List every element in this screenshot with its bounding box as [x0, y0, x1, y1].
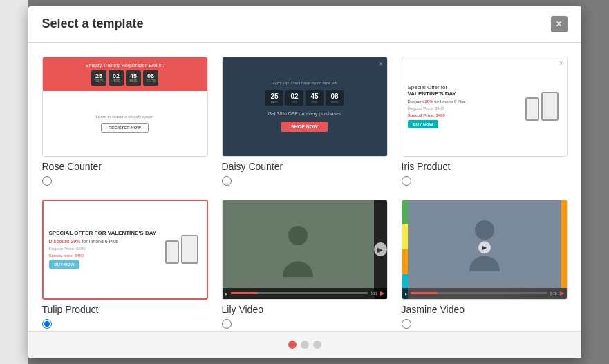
daisy-top-text: Hurry Up! Don't have much time left	[272, 81, 337, 85]
background-editor-panel	[0, 0, 28, 364]
daisy-hrs-box: 02 HRS	[285, 90, 303, 106]
daisy-days-box: 25 DAYS	[265, 90, 283, 106]
rose-counter-preview: Shopify Training Registration End in: 25…	[43, 57, 207, 156]
rose-counter-radio[interactable]	[42, 176, 52, 186]
template-preview-lily-video[interactable]: ▶ ▶ 0:11 ▶	[222, 200, 388, 300]
svg-point-0	[288, 226, 308, 245]
rose-register-button: REGISTER NOW	[101, 123, 149, 133]
tulip-product-radio[interactable]	[42, 319, 52, 329]
template-select-modal: Select a template × Shopify Training Reg…	[28, 6, 581, 358]
modal-footer	[28, 331, 581, 358]
iris-regular-price: Regular Price: $400	[408, 106, 523, 111]
color-bar-yellow	[402, 224, 408, 249]
jasmine-color-bars	[402, 200, 408, 299]
tulip-product-label: Tulip Product	[42, 304, 208, 315]
template-item-daisy-counter: × Hurry Up! Don't have much time left 25…	[222, 57, 388, 186]
tulip-title: SPECIAL OFFER FOR VALENTINE'S DAY	[49, 230, 163, 236]
modal-title: Select a template	[42, 17, 144, 31]
jasmine-progress-bar	[411, 292, 547, 294]
rose-days-box: 25 DAYS	[91, 70, 106, 86]
rose-mns-box: 45 MNS	[126, 70, 141, 86]
lily-video-preview: ▶ ▶ 0:11 ▶	[223, 200, 387, 299]
tulip-buy-button: BUY NOW	[49, 260, 80, 269]
tulip-regular-price: Regular Price: $600	[49, 247, 163, 251]
rose-counter-label: Rose Counter	[42, 161, 208, 172]
pagination-dot-1[interactable]	[288, 341, 297, 349]
tulip-subtitle: Discount 20% for Iphone 6 Plus	[49, 239, 163, 244]
rose-top-section: Shopify Training Registration End in: 25…	[43, 57, 207, 91]
modal-close-button[interactable]: ×	[551, 16, 568, 32]
tulip-special-price: Special price: $480	[49, 253, 163, 258]
template-preview-iris-product[interactable]: × Special Offer forVALENTINE'S DAY Disco…	[402, 57, 568, 157]
lily-time: 0:11	[371, 291, 377, 296]
daisy-mns-box: 45 MNS	[306, 90, 324, 106]
iris-right-content	[523, 63, 561, 151]
tulip-phone-icon-large	[181, 235, 198, 264]
daisy-secs-box: 08 SECS	[326, 90, 344, 106]
phone-icon-small	[525, 97, 539, 121]
tulip-phone-icon-small	[165, 240, 179, 264]
template-item-tulip-product: SPECIAL OFFER FOR VALENTINE'S DAY Discou…	[42, 200, 208, 329]
iris-close-icon: ×	[559, 59, 563, 67]
templates-grid: Shopify Training Registration End in: 25…	[42, 57, 568, 329]
jasmine-play-icon: ▶	[405, 291, 408, 296]
jasmine-time: 0:16	[550, 291, 557, 296]
jasmine-video-controls: ▶ 0:16 ▶	[402, 288, 567, 299]
iris-title: Special Offer forVALENTINE'S DAY	[408, 84, 523, 97]
modal-overlay: Select a template × Shopify Training Reg…	[0, 0, 609, 364]
template-item-rose-counter: Shopify Training Registration End in: 25…	[42, 57, 208, 186]
rose-countdown: 25 DAYS 02 HRS 45 MNS	[91, 70, 158, 86]
phone-icon-large	[541, 92, 559, 121]
rose-top-text: Shopify Training Registration End in:	[86, 63, 164, 68]
daisy-countdown: 25 DAYS 02 HRS 45 MNS	[265, 90, 344, 106]
jasmine-video-preview: ▶ ▶ 0:16 ▶	[402, 200, 567, 299]
daisy-counter-radio[interactable]	[222, 176, 232, 186]
tulip-right-content	[163, 207, 201, 293]
lily-person-bg	[223, 200, 375, 299]
color-bar-green	[402, 200, 408, 225]
lily-youtube-icon: ▶	[380, 290, 384, 296]
tulip-product-preview: SPECIAL OFFER FOR VALENTINE'S DAY Discou…	[44, 201, 207, 298]
rose-bottom-text: Learn to become shopify expert	[95, 115, 153, 119]
jasmine-right-bar	[561, 200, 567, 288]
lily-progress-fill	[231, 292, 259, 294]
lily-video-controls: ▶ 0:11 ▶	[223, 288, 387, 299]
daisy-counter-preview: × Hurry Up! Don't have much time left 25…	[223, 57, 387, 156]
iris-product-label: Iris Product	[402, 161, 568, 172]
iris-subtitle: Discount 20% for Iphone 6 Plus	[408, 99, 523, 104]
lily-play-button[interactable]: ▶	[374, 242, 386, 256]
template-preview-jasmine-video[interactable]: ▶ ▶ 0:16 ▶	[402, 200, 568, 300]
template-item-jasmine-video: ▶ ▶ 0:16 ▶ Jasmine Video	[402, 200, 568, 329]
jasmine-video-label: Jasmine Video	[402, 304, 568, 315]
rose-bottom-section: Learn to become shopify expert REGISTER …	[43, 91, 207, 156]
iris-product-preview: × Special Offer forVALENTINE'S DAY Disco…	[402, 57, 567, 156]
daisy-sub-text: Get 30% OFF on every purchases	[268, 111, 341, 116]
color-bar-orange	[402, 249, 408, 274]
jasmine-progress-fill	[411, 292, 438, 294]
daisy-shop-button: SHOP NOW	[281, 122, 328, 132]
daisy-counter-label: Daisy Counter	[222, 161, 388, 172]
template-preview-rose-counter[interactable]: Shopify Training Registration End in: 25…	[42, 57, 208, 157]
iris-special-price: Special Price: $480	[408, 113, 523, 117]
rose-secs-box: 08 SECS	[143, 70, 158, 86]
daisy-close-icon: ×	[379, 60, 383, 68]
jasmine-play-button[interactable]: ▶	[478, 241, 491, 253]
jasmine-youtube-icon: ▶	[560, 290, 564, 296]
lily-video-label: Lily Video	[222, 304, 388, 315]
lily-person-svg	[277, 222, 319, 277]
template-item-iris-product: × Special Offer forVALENTINE'S DAY Disco…	[402, 57, 568, 186]
tulip-left-content: SPECIAL OFFER FOR VALENTINE'S DAY Discou…	[49, 207, 163, 293]
iris-product-radio[interactable]	[402, 176, 411, 186]
template-preview-tulip-product[interactable]: SPECIAL OFFER FOR VALENTINE'S DAY Discou…	[42, 200, 208, 300]
modal-body: Shopify Training Registration End in: 25…	[28, 43, 581, 330]
lily-video-radio[interactable]	[222, 319, 232, 329]
template-preview-daisy-counter[interactable]: × Hurry Up! Don't have much time left 25…	[222, 57, 388, 157]
lily-play-icon: ▶	[225, 291, 228, 296]
rose-hrs-box: 02 HRS	[109, 70, 124, 86]
pagination-dot-2[interactable]	[301, 341, 309, 349]
iris-left-content: Special Offer forVALENTINE'S DAY Discoun…	[408, 63, 523, 151]
pagination-dot-3[interactable]	[313, 341, 321, 349]
jasmine-video-radio[interactable]	[402, 319, 411, 329]
lily-progress-bar	[231, 292, 368, 294]
iris-buy-button: BUY NOW	[408, 120, 439, 128]
